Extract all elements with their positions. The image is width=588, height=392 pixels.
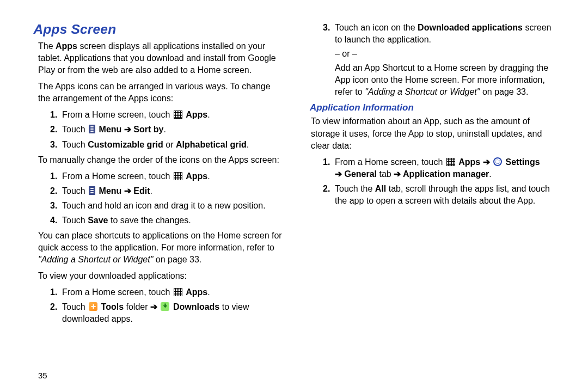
apps-grid-icon bbox=[446, 158, 455, 166]
list-item: From a Home screen, touch Apps. bbox=[50, 170, 284, 182]
list-item: Touch Tools folder ➔ Downloads to view d… bbox=[50, 301, 284, 325]
heading-apps-screen: Apps Screen bbox=[33, 22, 286, 37]
steps-arrange-icons: From a Home screen, touch Apps. Touch Me… bbox=[38, 109, 284, 150]
apps-grid-icon bbox=[174, 111, 182, 119]
paragraph: You can place shortcuts to applications … bbox=[38, 230, 284, 266]
list-item: From a Home screen, touch Apps. bbox=[50, 109, 284, 121]
heading-application-information: Application Information bbox=[310, 102, 556, 113]
list-item: Touch Save to save the changes. bbox=[50, 215, 284, 226]
apps-grid-icon bbox=[174, 288, 182, 296]
list-item: From a Home screen, touch Apps. bbox=[50, 286, 284, 298]
paragraph: The Apps screen displays all application… bbox=[38, 40, 284, 76]
paragraph: To manually change the order of the icon… bbox=[38, 154, 284, 166]
list-item: Touch Menu ➔ Sort by. bbox=[50, 124, 284, 136]
settings-icon bbox=[493, 157, 502, 166]
list-item: Touch and hold an icon and drag it to a … bbox=[50, 200, 284, 212]
downloads-icon bbox=[161, 302, 169, 311]
list-item: Touch the All tab, scroll through the ap… bbox=[323, 183, 556, 207]
paragraph: To view your downloaded applications: bbox=[38, 270, 284, 282]
steps-manual-order: From a Home screen, touch Apps. Touch Me… bbox=[38, 170, 284, 226]
menu-icon bbox=[89, 125, 95, 133]
list-item: Touch an icon on the Downloaded applicat… bbox=[323, 22, 556, 98]
alt-instruction: Add an App Shortcut to a Home screen by … bbox=[335, 62, 556, 98]
list-item: From a Home screen, touch Apps ➔ Setting… bbox=[323, 156, 556, 180]
steps-app-info: From a Home screen, touch Apps ➔ Setting… bbox=[311, 156, 556, 207]
page-number: 35 bbox=[38, 371, 47, 380]
paragraph: The Apps icons can be arranged in variou… bbox=[38, 81, 284, 105]
manual-page: Apps Screen The Apps screen displays all… bbox=[0, 0, 588, 392]
apps-grid-icon bbox=[174, 172, 182, 180]
menu-icon bbox=[89, 186, 95, 195]
paragraph: To view information about an App, such a… bbox=[311, 115, 556, 151]
list-item: Touch Customizable grid or Alphabetical … bbox=[50, 139, 284, 151]
list-item: Touch Menu ➔ Edit. bbox=[50, 185, 284, 197]
tools-folder-icon bbox=[89, 302, 97, 311]
or-divider: – or – bbox=[335, 48, 556, 60]
